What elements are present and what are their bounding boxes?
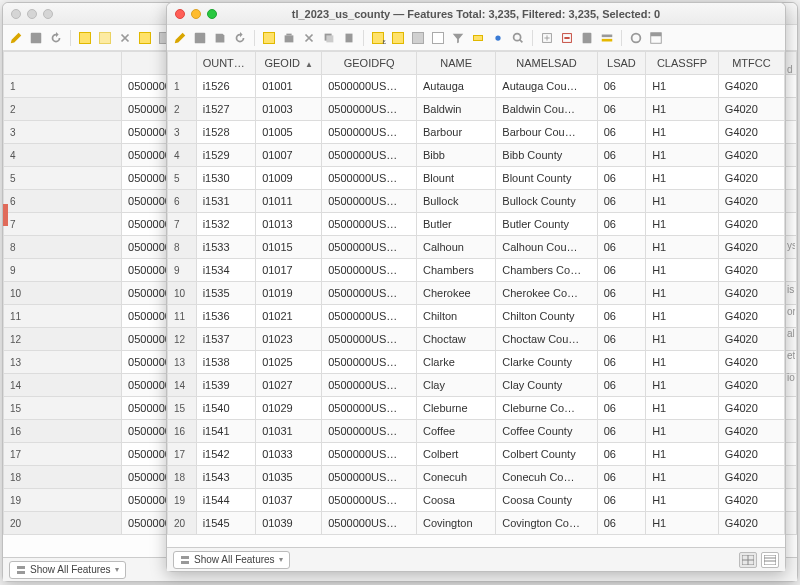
- cell[interactable]: 01029: [256, 397, 322, 420]
- cell[interactable]: Coffee: [416, 420, 495, 443]
- column-header-geoid[interactable]: GEOID ▲: [256, 52, 322, 75]
- cell[interactable]: i1534: [196, 259, 255, 282]
- row-number[interactable]: 13: [4, 351, 122, 374]
- cell[interactable]: 01021: [256, 305, 322, 328]
- cell[interactable]: H1: [646, 213, 719, 236]
- row-number[interactable]: 5: [168, 167, 197, 190]
- minimize-icon[interactable]: [191, 9, 201, 19]
- select-by-expr-icon[interactable]: ε: [369, 28, 387, 48]
- cell[interactable]: 0500000US…: [322, 121, 417, 144]
- row-number[interactable]: 17: [4, 443, 122, 466]
- table-row[interactable]: 9i1534010170500000US…ChambersChambers Co…: [168, 259, 785, 282]
- cell[interactable]: 01025: [256, 351, 322, 374]
- cell[interactable]: G4020: [718, 443, 784, 466]
- row-number[interactable]: 8: [168, 236, 197, 259]
- cell[interactable]: G4020: [718, 420, 784, 443]
- cell[interactable]: Bibb: [416, 144, 495, 167]
- cell[interactable]: 01023: [256, 328, 322, 351]
- cell[interactable]: 01037: [256, 489, 322, 512]
- cell[interactable]: 06: [597, 121, 645, 144]
- cell[interactable]: i1528: [196, 121, 255, 144]
- deselect-icon[interactable]: [429, 28, 447, 48]
- cell[interactable]: G4020: [718, 351, 784, 374]
- cell[interactable]: 06: [597, 259, 645, 282]
- cell[interactable]: 01007: [256, 144, 322, 167]
- table-row[interactable]: 2i1527010030500000US…BaldwinBaldwin Cou……: [168, 98, 785, 121]
- cell[interactable]: 0500000US…: [322, 213, 417, 236]
- cell[interactable]: Conecuh Co…: [496, 466, 597, 489]
- cell[interactable]: 06: [597, 351, 645, 374]
- cell[interactable]: Choctaw Cou…: [496, 328, 597, 351]
- row-number[interactable]: 12: [168, 328, 197, 351]
- invert-selection-icon[interactable]: [409, 28, 427, 48]
- multi-edit-icon[interactable]: [191, 28, 209, 48]
- zoom-dot[interactable]: [43, 9, 53, 19]
- cell[interactable]: Clay: [416, 374, 495, 397]
- table-row[interactable]: 8i1533010150500000US…CalhounCalhoun Cou……: [168, 236, 785, 259]
- cell[interactable]: H1: [646, 75, 719, 98]
- table-row[interactable]: 16i1541010310500000US…CoffeeCoffee Count…: [168, 420, 785, 443]
- cell[interactable]: 06: [597, 374, 645, 397]
- close-dot[interactable]: [11, 9, 21, 19]
- row-number[interactable]: 4: [4, 144, 122, 167]
- cell[interactable]: H1: [646, 328, 719, 351]
- cell[interactable]: Calhoun Cou…: [496, 236, 597, 259]
- cell[interactable]: i1537: [196, 328, 255, 351]
- new-field-icon[interactable]: [538, 28, 556, 48]
- cell[interactable]: i1533: [196, 236, 255, 259]
- cell[interactable]: G4020: [718, 328, 784, 351]
- cell[interactable]: H1: [646, 512, 719, 535]
- delete-selected-icon[interactable]: [280, 28, 298, 48]
- cell[interactable]: G4020: [718, 282, 784, 305]
- cell[interactable]: H1: [646, 98, 719, 121]
- cell[interactable]: G4020: [718, 512, 784, 535]
- dock-icon[interactable]: [647, 28, 665, 48]
- cell[interactable]: G4020: [718, 121, 784, 144]
- cell[interactable]: 0500000US…: [322, 282, 417, 305]
- cell[interactable]: H1: [646, 489, 719, 512]
- row-number[interactable]: 2: [168, 98, 197, 121]
- cell[interactable]: Bullock: [416, 190, 495, 213]
- cell[interactable]: Bibb County: [496, 144, 597, 167]
- cell[interactable]: H1: [646, 121, 719, 144]
- cell[interactable]: H1: [646, 397, 719, 420]
- cell[interactable]: i1542: [196, 443, 255, 466]
- cell[interactable]: Baldwin: [416, 98, 495, 121]
- column-header-ountyns[interactable]: OUNTYNS: [196, 52, 255, 75]
- cell[interactable]: 0500000US…: [322, 167, 417, 190]
- save-edits-icon[interactable]: [211, 28, 229, 48]
- show-all-features-button[interactable]: Show All Features ▾: [9, 561, 126, 579]
- cell[interactable]: Bullock County: [496, 190, 597, 213]
- cell[interactable]: Coffee County: [496, 420, 597, 443]
- filter-selection-icon[interactable]: [449, 28, 467, 48]
- cell[interactable]: G4020: [718, 305, 784, 328]
- cell[interactable]: 06: [597, 190, 645, 213]
- table-row[interactable]: 6i1531010110500000US…BullockBullock Coun…: [168, 190, 785, 213]
- cell[interactable]: 06: [597, 236, 645, 259]
- cell[interactable]: G4020: [718, 190, 784, 213]
- cell[interactable]: Conecuh: [416, 466, 495, 489]
- cut-icon[interactable]: [300, 28, 318, 48]
- cell[interactable]: i1535: [196, 282, 255, 305]
- zoom-icon[interactable]: [207, 9, 217, 19]
- cell[interactable]: 06: [597, 397, 645, 420]
- cell[interactable]: 0500000US…: [322, 374, 417, 397]
- table-row[interactable]: 11i1536010210500000US…ChiltonChilton Cou…: [168, 305, 785, 328]
- cell[interactable]: i1543: [196, 466, 255, 489]
- cell[interactable]: 0500000US…: [322, 466, 417, 489]
- cell[interactable]: 06: [597, 213, 645, 236]
- cell[interactable]: Clarke County: [496, 351, 597, 374]
- cell[interactable]: 06: [597, 489, 645, 512]
- table-fg[interactable]: OUNTYNSGEOID ▲GEOIDFQNAMENAMELSADLSADCLA…: [167, 51, 785, 547]
- row-number[interactable]: 16: [4, 420, 122, 443]
- cell[interactable]: 0500000US…: [322, 512, 417, 535]
- row-number[interactable]: 4: [168, 144, 197, 167]
- cell[interactable]: 06: [597, 420, 645, 443]
- table-row[interactable]: 15i1540010290500000US…CleburneCleburne C…: [168, 397, 785, 420]
- row-number[interactable]: 20: [4, 512, 122, 535]
- cell[interactable]: 01009: [256, 167, 322, 190]
- cell[interactable]: Cherokee Co…: [496, 282, 597, 305]
- cell[interactable]: 01005: [256, 121, 322, 144]
- cell[interactable]: H1: [646, 282, 719, 305]
- add-feature-icon[interactable]: [260, 28, 278, 48]
